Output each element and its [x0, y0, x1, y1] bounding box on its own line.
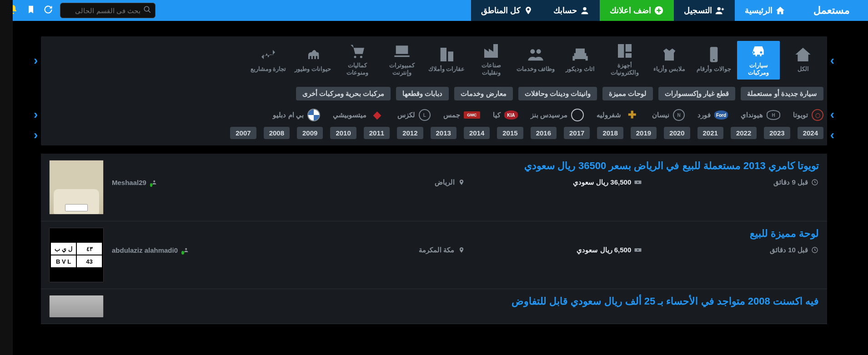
search-input[interactable]: [64, 7, 140, 15]
nav-regions[interactable]: كل المناطق: [471, 0, 543, 21]
year-2009[interactable]: 2009: [297, 127, 323, 139]
category-label: كماليات ومنوعات: [336, 61, 379, 80]
brand-toyota[interactable]: ◯تويوتا: [793, 109, 823, 121]
year-2019[interactable]: 2019: [631, 127, 657, 139]
year-2012[interactable]: 2012: [397, 127, 423, 139]
svg-point-19: [154, 180, 156, 182]
year-2020[interactable]: 2020: [664, 127, 690, 139]
chevron-right-icon[interactable]: ›: [830, 107, 834, 122]
subcategory-pill[interactable]: لوحات مميزة: [602, 87, 653, 100]
year-2022[interactable]: 2022: [731, 127, 757, 139]
brand-gmc[interactable]: GMCجمس: [443, 111, 480, 119]
brand-chevrolet[interactable]: ✚شفروليه: [597, 110, 639, 120]
category-computers[interactable]: كمبيوترات وإنترنت: [381, 41, 423, 80]
nav-register[interactable]: التسجيل: [674, 0, 735, 21]
brand-label: لكزس: [397, 111, 415, 119]
svg-point-10: [537, 49, 541, 54]
year-2015[interactable]: 2015: [497, 127, 523, 139]
brand-label: شفروليه: [597, 111, 621, 119]
nav-account-label: حسابك: [553, 5, 577, 15]
year-2010[interactable]: 2010: [330, 127, 356, 139]
listing-time: قبل 9 دقائق: [642, 178, 819, 186]
bookmark-icon[interactable]: [26, 5, 35, 16]
listing-title[interactable]: لوحة مميزة للبيع: [112, 228, 819, 240]
category-all[interactable]: الكل: [782, 45, 824, 76]
listing-thumb: [50, 295, 103, 317]
refresh-icon[interactable]: [44, 5, 53, 16]
year-2023[interactable]: 2023: [764, 127, 790, 139]
category-label: تجارة ومشاريع: [247, 65, 290, 76]
year-2018[interactable]: 2018: [597, 127, 623, 139]
year-2021[interactable]: 2021: [697, 127, 723, 139]
brand-label: تويوتا: [793, 111, 808, 119]
category-realestate[interactable]: عقارات وأملاك: [425, 45, 468, 76]
category-accessories[interactable]: كماليات ومنوعات: [336, 41, 379, 80]
brand-ford[interactable]: Fordفورد: [697, 110, 728, 120]
year-2013[interactable]: 2013: [431, 127, 457, 139]
year-2024[interactable]: 2024: [798, 127, 823, 139]
category-phones[interactable]: جوالات وأرقام: [692, 45, 735, 76]
chevron-right-icon[interactable]: ›: [830, 53, 834, 68]
brand-mercedes[interactable]: مرسيدس بنز: [531, 109, 584, 121]
category-label: حيوانات وطيور: [291, 65, 334, 76]
svg-rect-12: [448, 51, 453, 61]
category-fashion[interactable]: ملابس وأزياء: [648, 45, 691, 76]
year-2016[interactable]: 2016: [531, 127, 557, 139]
listing-title[interactable]: تويوتا كامري 2013 مستعملة للبيع في الريا…: [112, 160, 819, 172]
brand-bmw[interactable]: بي ام دبليو: [273, 109, 320, 121]
brand-label: نيسان: [652, 111, 669, 119]
nav-home[interactable]: الرئيسية: [735, 0, 795, 21]
subcategory-pill[interactable]: معارض وخدمات: [454, 87, 512, 100]
brand-mitsubishi[interactable]: ◆ميتسوبيشي: [333, 110, 385, 120]
category-label: ملابس وأزياء: [648, 65, 691, 76]
search-box[interactable]: [60, 3, 156, 18]
chevron-left-icon[interactable]: ‹: [34, 128, 38, 142]
building-icon: [425, 45, 468, 65]
subcategory-pill[interactable]: قطع غيار وإكسسوارات: [658, 87, 735, 100]
listing-thumb: ٤٣ل ي ب43B V L: [50, 228, 103, 282]
svg-point-0: [717, 7, 721, 10]
year-2011[interactable]: 2011: [364, 127, 390, 139]
listing-location: الرياض: [289, 178, 466, 186]
listing-row[interactable]: فيه اكسنت 2008 متواجد في الأحساء بـ 25 أ…: [41, 289, 827, 324]
subcategory-pill[interactable]: وانيتات ودينات وحافلات: [518, 87, 597, 100]
category-animals[interactable]: حيوانات وطيور: [291, 45, 334, 76]
category-industry[interactable]: صناعات ونقليات: [470, 41, 512, 80]
subcategory-pill[interactable]: سيارة جديدة أو مستعملة: [741, 87, 823, 100]
year-2007[interactable]: 2007: [230, 127, 256, 139]
svg-point-18: [637, 182, 639, 183]
listing-title[interactable]: فيه اكسنت 2008 متواجد في الأحساء بـ 25 أ…: [112, 295, 819, 307]
brand-hyundai[interactable]: Hهيونداي: [741, 110, 780, 120]
chevron-left-icon[interactable]: ‹: [34, 53, 38, 68]
nav-add-ad[interactable]: اضف اعلانك: [600, 0, 674, 21]
nav-account[interactable]: حسابك: [543, 0, 600, 21]
subcategory-pill[interactable]: مركبات بحرية ومركبات أخرى: [296, 87, 391, 100]
plate-en-num: 43: [76, 255, 102, 268]
category-label: جوالات وأرقام: [692, 65, 735, 76]
chevron-left-icon[interactable]: ‹: [34, 107, 38, 122]
brand-kia[interactable]: KIAكيا: [493, 110, 518, 120]
year-2014[interactable]: 2014: [464, 127, 490, 139]
year-2017[interactable]: 2017: [564, 127, 590, 139]
brand-lexus[interactable]: Lلكزس: [397, 109, 431, 121]
category-trade[interactable]: تجارة ومشاريع: [247, 45, 290, 76]
listing-row[interactable]: تويوتا كامري 2013 مستعملة للبيع في الريا…: [41, 154, 827, 221]
svg-rect-7: [626, 44, 632, 52]
category-jobs[interactable]: وظائف وخدمات: [514, 45, 557, 76]
svg-point-22: [637, 250, 639, 251]
listing-row[interactable]: لوحة مميزة للبيعقبل 10 دقائق6,500 ريال س…: [41, 221, 827, 289]
brand-label: فورد: [697, 111, 711, 119]
brand-nissan[interactable]: Nنيسان: [652, 109, 685, 121]
pin-icon: [457, 178, 466, 186]
chevron-right-icon[interactable]: ›: [830, 128, 834, 142]
year-2008[interactable]: 2008: [264, 127, 290, 139]
subcategory-row: سيارة جديدة أو مستعملةقطع غيار وإكسسوارا…: [41, 84, 827, 105]
subcategory-pill[interactable]: دبابات وقطعها: [396, 87, 449, 100]
category-electronics[interactable]: أجهزة والكترونيات: [603, 41, 646, 80]
site-logo[interactable]: مستعمل: [795, 0, 868, 21]
category-furniture[interactable]: اثاث وديكور: [559, 45, 602, 76]
nav-home-label: الرئيسية: [745, 5, 773, 15]
plate-en-letters: B V L: [50, 255, 76, 268]
car-icon: [737, 41, 780, 61]
category-cars[interactable]: سيارات ومركبات: [737, 41, 780, 80]
